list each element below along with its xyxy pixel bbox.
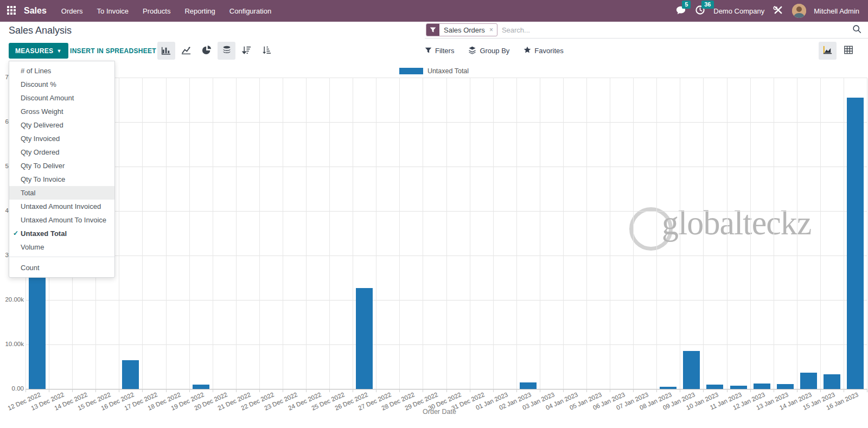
measure-option-discount-[interactable]: Discount % [9,78,114,91]
x-axis-tick [586,389,587,392]
measure-option-qty-to-deliver[interactable]: Qty To Deliver [9,159,114,173]
messages-button[interactable]: 5 [675,4,687,18]
x-axis-tick [867,389,867,392]
bar-16-dec-2022[interactable] [122,360,139,389]
measure-option-untaxed-total[interactable]: ✓Untaxed Total [9,227,114,240]
measure-option-discount-amount[interactable]: Discount Amount [9,91,114,105]
x-axis-tick [423,389,423,392]
measure-option-qty-to-invoice[interactable]: Qty To Invoice [9,173,114,186]
x-axis-tick [820,389,821,392]
measure-option-label: Qty To Invoice [21,175,65,183]
measure-option-untaxed-amount-to-invoice[interactable]: Untaxed Amount To Invoice [9,213,114,227]
v-gridline [774,78,774,389]
x-axis-tick [656,389,657,392]
measure-option-label: # of Lines [21,67,51,75]
v-gridline [259,78,260,389]
watermark-circle-logo [629,207,673,251]
bar-02-jan-2023[interactable] [520,382,537,389]
measure-option-total[interactable]: Total [9,186,114,200]
v-gridline [470,78,470,389]
app-name[interactable]: Sales [24,6,47,16]
measure-option-qty-invoiced[interactable]: Qty Invoiced [9,132,114,145]
avatar[interactable] [792,4,806,18]
measure-option-label: Total [21,189,35,197]
v-gridline [680,78,680,389]
v-gridline [166,78,167,389]
bar-15-jan-2023[interactable] [824,374,840,389]
bar-08-jan-2023[interactable] [660,387,676,389]
x-axis-tick [329,389,330,392]
bar-14-jan-2023[interactable] [800,373,817,389]
check-icon: ✓ [13,227,18,240]
user-menu[interactable]: Mitchell Admin [814,7,859,15]
v-gridline [213,78,213,389]
apps-menu-button[interactable] [5,3,21,19]
measure-option-untaxed-amount-invoiced[interactable]: Untaxed Amount Invoiced [9,200,114,213]
bar-12-jan-2023[interactable] [754,384,770,389]
bar-10-jan-2023[interactable] [706,385,723,389]
measure-option-label: Qty Ordered [21,148,60,156]
measure-option-label: Untaxed Total [21,229,67,238]
v-gridline [797,78,797,389]
v-gridline [563,78,564,389]
x-axis-tick [610,389,610,392]
company-switcher[interactable]: Demo Company [713,7,764,15]
x-axis-tick [283,389,283,392]
v-gridline [306,78,307,389]
v-gridline [586,78,587,389]
x-axis-tick [236,389,237,392]
nav-menu-item-configuration[interactable]: Configuration [222,0,278,22]
chart-legend[interactable]: Untaxed Total [0,67,868,75]
nav-menu-item-orders[interactable]: Orders [54,0,90,22]
bar-16-jan-2023[interactable] [847,98,864,389]
nav-menu-item-reporting[interactable]: Reporting [177,0,222,22]
x-axis-tick [353,389,353,392]
v-gridline [844,78,844,389]
x-axis-tick [25,389,26,392]
x-axis-tick [306,389,307,392]
dropdown-divider [9,257,114,257]
v-gridline [446,78,447,389]
messages-badge: 5 [682,1,691,9]
x-axis-tick [563,389,564,392]
x-axis-tick [797,389,797,392]
bar-19-dec-2022[interactable] [193,385,209,389]
x-axis-tick [680,389,680,392]
v-gridline [376,78,376,389]
v-gridline [703,78,704,389]
bar-09-jan-2023[interactable] [683,351,700,389]
x-axis-tick [470,389,470,392]
measure-option-count[interactable]: Count [9,261,114,274]
measure-option--of-lines[interactable]: # of Lines [9,64,114,78]
y-axis-tick-label: 0.00 [0,385,24,392]
bar-11-jan-2023[interactable] [730,386,747,389]
measure-option-qty-ordered[interactable]: Qty Ordered [9,145,114,159]
v-gridline [516,78,517,389]
y-axis-tick-label: 10.00k [0,341,24,347]
measure-option-volume[interactable]: Volume [9,240,114,254]
measure-option-label: Count [21,264,40,272]
nav-menu-item-products[interactable]: Products [136,0,177,22]
v-gridline [399,78,400,389]
measure-option-gross-weight[interactable]: Gross Weight [9,105,114,118]
bar-26-dec-2022[interactable] [356,288,373,389]
activities-badge: 36 [701,1,713,9]
v-gridline [142,78,143,389]
debug-tools-button[interactable] [772,4,784,18]
measure-option-label: Discount % [21,80,56,88]
nav-menu: OrdersTo InvoiceProductsReportingConfigu… [54,0,278,22]
nav-menu-item-to-invoice[interactable]: To Invoice [90,0,136,22]
bar-13-jan-2023[interactable] [777,384,794,389]
v-gridline [750,78,751,389]
measure-option-qty-delivered[interactable]: Qty Delivered [9,118,114,132]
x-axis-tick [376,389,376,392]
v-gridline [236,78,237,389]
v-gridline [633,78,634,389]
sales-app-window: Untaxed Total globalteckz Order Date 0.0… [0,0,868,428]
measure-option-label: Volume [21,243,44,251]
y-axis-tick-label: 20.00k [0,296,24,303]
x-axis-tick [703,389,704,392]
x-axis-tick [166,389,167,392]
v-gridline [610,78,610,389]
activities-button[interactable]: 36 [694,4,706,17]
